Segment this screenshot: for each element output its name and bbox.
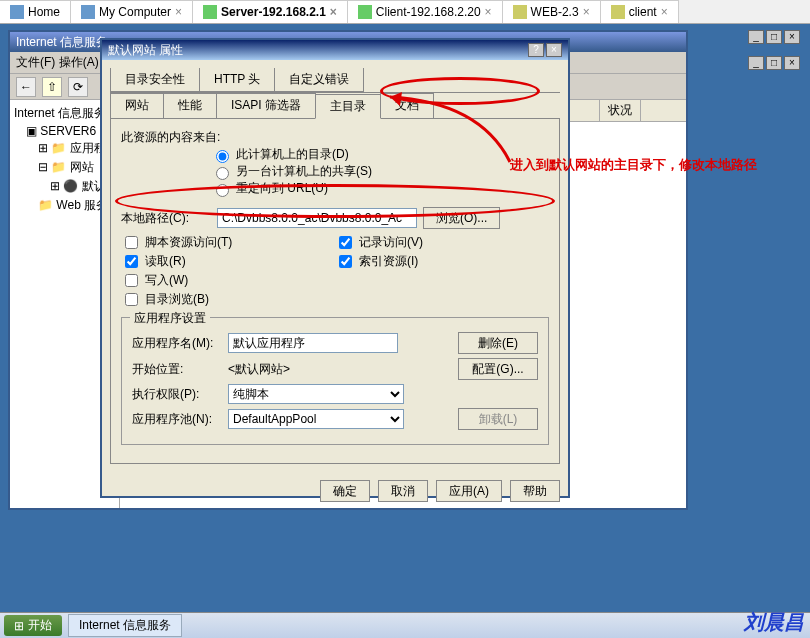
tab-isapi[interactable]: ISAPI 筛选器 [216, 93, 316, 118]
vm-tabbar: Home My Computer× Server-192.168.2.1× Cl… [0, 0, 810, 24]
windows-icon: ⊞ [14, 619, 24, 633]
start-value: <默认网站> [228, 361, 398, 378]
appname-label: 应用程序名(M): [132, 335, 222, 352]
checkbox-dir-browse[interactable]: 目录浏览(B) [121, 290, 335, 309]
unload-button: 卸载(L) [458, 408, 538, 430]
pool-select[interactable]: DefaultAppPool [228, 409, 404, 429]
tab-dir-security[interactable]: 目录安全性 [110, 68, 200, 92]
start-button[interactable]: ⊞开始 [4, 615, 62, 636]
ok-button[interactable]: 确定 [320, 480, 370, 502]
radio-redirect[interactable]: 重定向到 URL(U) [211, 180, 549, 197]
vm-icon [611, 5, 625, 19]
computer-icon [81, 5, 95, 19]
tab-documents[interactable]: 文档 [380, 93, 434, 118]
maximize-button[interactable]: □ [766, 30, 782, 44]
close-icon[interactable]: × [485, 5, 492, 19]
minimize-button[interactable]: _ [748, 56, 764, 70]
home-icon [10, 5, 24, 19]
vm-tab-web[interactable]: WEB-2.3× [503, 0, 601, 23]
taskbar-item-iis[interactable]: Internet 信息服务 [68, 614, 182, 637]
radio-this-computer[interactable]: 此计算机上的目录(D) [211, 146, 549, 163]
appname-input[interactable] [228, 333, 398, 353]
outer-window-controls: _□× [748, 30, 800, 44]
close-button[interactable]: × [784, 56, 800, 70]
refresh-button[interactable]: ⟳ [68, 77, 88, 97]
radio-share[interactable]: 另一台计算机上的共享(S) [211, 163, 549, 180]
localpath-input[interactable] [217, 208, 417, 228]
vm-tab-mycomputer[interactable]: My Computer× [71, 0, 193, 23]
source-label: 此资源的内容来自: [121, 129, 549, 146]
remove-button[interactable]: 删除(E) [458, 332, 538, 354]
exec-label: 执行权限(P): [132, 386, 222, 403]
dialog-titlebar[interactable]: 默认网站 属性 ?× [102, 40, 568, 60]
vm-tab-home[interactable]: Home [0, 0, 71, 23]
close-button[interactable]: × [546, 43, 562, 57]
close-button[interactable]: × [784, 30, 800, 44]
maximize-button[interactable]: □ [766, 56, 782, 70]
dialog-title: 默认网站 属性 [108, 42, 183, 59]
vm-tab-client2[interactable]: client× [601, 0, 679, 23]
checkbox-log-access[interactable]: 记录访问(V) [335, 233, 423, 252]
watermark: 刘晨昌 [744, 609, 804, 636]
dialog-tabs-row1: 目录安全性 HTTP 头 自定义错误 [110, 68, 560, 93]
config-button[interactable]: 配置(G)... [458, 358, 538, 380]
cancel-button[interactable]: 取消 [378, 480, 428, 502]
tab-home-directory[interactable]: 主目录 [315, 94, 381, 119]
minimize-button[interactable]: _ [748, 30, 764, 44]
vm-icon [358, 5, 372, 19]
col-status[interactable]: 状况 [600, 100, 641, 121]
close-icon[interactable]: × [330, 5, 337, 19]
site-properties-dialog: 默认网站 属性 ?× 目录安全性 HTTP 头 自定义错误 网站 性能 ISAP… [100, 38, 570, 498]
vm-icon [513, 5, 527, 19]
apply-button[interactable]: 应用(A) [436, 480, 502, 502]
up-button[interactable]: ⇧ [42, 77, 62, 97]
tab-performance[interactable]: 性能 [163, 93, 217, 118]
localpath-label: 本地路径(C): [121, 210, 211, 227]
vm-tab-client1[interactable]: Client-192.168.2.20× [348, 0, 503, 23]
annotation-text: 进入到默认网站的主目录下，修改本地路径 [510, 156, 757, 174]
checkbox-script-access[interactable]: 脚本资源访问(T) [121, 233, 335, 252]
checkbox-write[interactable]: 写入(W) [121, 271, 335, 290]
checkbox-index[interactable]: 索引资源(I) [335, 252, 423, 271]
pool-label: 应用程序池(N): [132, 411, 222, 428]
close-icon[interactable]: × [661, 5, 668, 19]
vm-tab-server[interactable]: Server-192.168.2.1× [193, 0, 348, 23]
tab-http-headers[interactable]: HTTP 头 [199, 68, 275, 92]
close-icon[interactable]: × [175, 5, 182, 19]
help-button[interactable]: ? [528, 43, 544, 57]
tab-custom-errors[interactable]: 自定义错误 [274, 68, 364, 92]
dialog-tabs-row2: 网站 性能 ISAPI 筛选器 主目录 文档 [110, 93, 560, 119]
browse-button[interactable]: 浏览(O)... [423, 207, 500, 229]
exec-select[interactable]: 纯脚本 [228, 384, 404, 404]
taskbar: ⊞开始 Internet 信息服务 [0, 612, 810, 638]
start-label: 开始位置: [132, 361, 222, 378]
help-button[interactable]: 帮助 [510, 480, 560, 502]
appset-legend: 应用程序设置 [130, 310, 210, 327]
checkbox-read[interactable]: 读取(R) [121, 252, 335, 271]
close-icon[interactable]: × [583, 5, 590, 19]
vm-icon [203, 5, 217, 19]
tab-website[interactable]: 网站 [110, 93, 164, 118]
inner-window-controls: _□× [748, 56, 800, 70]
back-button[interactable]: ← [16, 77, 36, 97]
